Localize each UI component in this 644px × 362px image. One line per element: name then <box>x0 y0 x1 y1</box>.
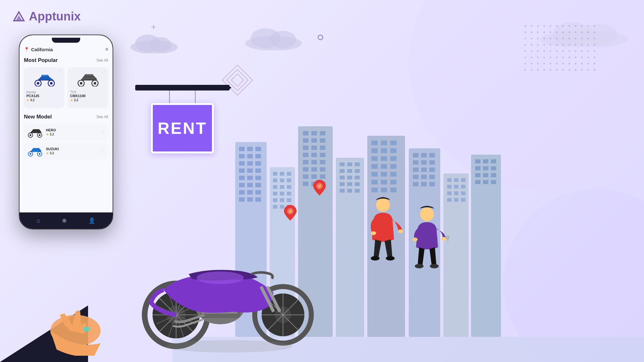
svg-rect-59 <box>280 172 284 176</box>
hero-heart-icon[interactable]: ♡ <box>101 129 105 134</box>
honda-brand: Honda <box>26 90 62 94</box>
search-nav-icon[interactable]: ⊕ <box>62 217 67 224</box>
popular-title: Most Popular <box>24 57 58 63</box>
big-motorcycle <box>113 195 333 353</box>
svg-rect-163 <box>454 191 458 195</box>
svg-rect-63 <box>287 178 291 182</box>
svg-rect-137 <box>381 188 387 192</box>
svg-rect-130 <box>371 172 378 177</box>
svg-rect-160 <box>454 185 458 189</box>
svg-rect-151 <box>429 175 435 179</box>
svg-rect-33 <box>239 147 245 151</box>
svg-point-188 <box>398 229 403 233</box>
logo-suffix: tunix <box>52 10 81 23</box>
honda-rating: 4.2 <box>30 98 35 102</box>
cloud-3 <box>537 19 631 47</box>
suzuki-rating-row: ★ 3.2 <box>46 151 101 155</box>
tvs-rating-row: ★ 3.2 <box>70 98 106 102</box>
profile-nav-icon[interactable]: 👤 <box>88 217 95 224</box>
home-nav-icon[interactable]: ⌂ <box>37 217 40 224</box>
svg-rect-110 <box>355 176 360 179</box>
phone-mockup: 📍 California ≡ Most Popular See All ♡ <box>19 35 119 236</box>
suzuki-model-item[interactable]: SUZUKI ★ 3.2 ♡ <box>24 143 108 159</box>
svg-point-192 <box>413 238 418 241</box>
phone-notch <box>52 38 80 43</box>
svg-rect-165 <box>447 198 452 202</box>
popular-see-all[interactable]: See All <box>97 58 108 63</box>
circle-decoration <box>318 35 323 40</box>
svg-rect-121 <box>371 148 378 153</box>
svg-rect-86 <box>303 153 308 157</box>
location-pin-icon: 📍 <box>24 47 29 52</box>
plus-decoration: + <box>151 22 156 32</box>
hero-brand: HERO <box>46 128 101 132</box>
svg-rect-171 <box>491 159 496 163</box>
hamburger-icon[interactable]: ≡ <box>105 47 108 52</box>
cloud-1 <box>129 31 179 53</box>
svg-rect-133 <box>371 180 378 184</box>
tvs-bike-image <box>70 70 106 89</box>
suzuki-heart-icon[interactable]: ♡ <box>101 148 105 153</box>
svg-point-227 <box>167 340 292 353</box>
app-header: 📍 California ≡ <box>24 47 108 52</box>
svg-rect-104 <box>355 162 360 166</box>
svg-rect-162 <box>447 191 452 195</box>
svg-rect-143 <box>413 160 419 165</box>
svg-point-14 <box>50 82 53 85</box>
svg-point-187 <box>371 231 376 235</box>
svg-rect-15 <box>42 75 48 77</box>
svg-rect-115 <box>347 189 352 193</box>
svg-rect-156 <box>447 178 452 182</box>
svg-rect-174 <box>491 166 496 170</box>
svg-rect-129 <box>390 164 397 169</box>
svg-rect-112 <box>347 182 352 186</box>
svg-rect-79 <box>320 131 325 135</box>
svg-rect-175 <box>475 173 480 177</box>
tvs-heart-icon[interactable]: ♡ <box>102 69 106 74</box>
tvs-model: CMX1100 <box>70 94 106 98</box>
svg-rect-37 <box>247 154 253 158</box>
svg-rect-51 <box>239 190 245 195</box>
svg-rect-180 <box>491 180 496 184</box>
svg-rect-65 <box>280 185 284 189</box>
hero-rating-row: ★ 3.2 <box>46 133 101 136</box>
svg-point-30 <box>76 310 80 313</box>
svg-rect-80 <box>303 138 308 143</box>
svg-point-24 <box>39 134 40 136</box>
phone-content: 📍 California ≡ Most Popular See All ♡ <box>19 35 113 229</box>
tvs-star: ★ <box>70 98 73 102</box>
svg-rect-119 <box>381 140 387 145</box>
chain-left <box>169 90 170 103</box>
svg-point-23 <box>30 134 31 136</box>
logo-icon <box>11 9 26 24</box>
svg-point-13 <box>37 82 39 85</box>
hero-model-item[interactable]: HERO ★ 3.2 ♡ <box>24 124 108 140</box>
svg-rect-118 <box>371 140 378 145</box>
new-model-see-all[interactable]: See All <box>97 115 108 119</box>
popular-section-header: Most Popular See All <box>24 57 108 63</box>
tvs-card[interactable]: ♡ <box>68 67 108 108</box>
svg-rect-82 <box>320 138 325 143</box>
svg-rect-138 <box>390 188 397 192</box>
honda-model: PCX125 <box>26 94 62 98</box>
svg-point-10 <box>583 24 617 45</box>
honda-heart-icon[interactable]: ♡ <box>58 69 62 74</box>
dots-pattern: // will be rendered via JS below <box>445 25 518 74</box>
svg-rect-172 <box>475 166 480 170</box>
svg-rect-88 <box>320 153 325 157</box>
svg-point-27 <box>30 153 31 155</box>
svg-rect-140 <box>413 153 419 157</box>
svg-rect-150 <box>421 175 427 179</box>
new-model-title: New Model <box>24 114 52 120</box>
svg-rect-146 <box>413 167 419 172</box>
svg-rect-124 <box>371 156 378 161</box>
svg-rect-20 <box>85 74 93 76</box>
honda-card[interactable]: ♡ <box>24 67 64 108</box>
svg-rect-170 <box>483 159 488 163</box>
svg-rect-127 <box>371 164 378 169</box>
pointing-hand <box>31 268 119 356</box>
svg-rect-92 <box>303 167 308 172</box>
svg-rect-128 <box>381 164 387 169</box>
suzuki-star: ★ <box>46 151 49 155</box>
svg-rect-69 <box>287 192 291 195</box>
